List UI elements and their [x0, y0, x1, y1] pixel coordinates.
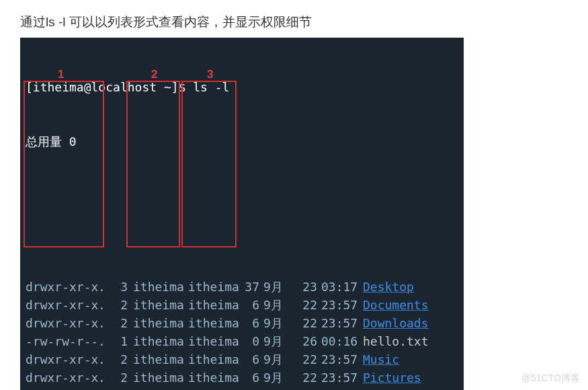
time: 03:17 [321, 278, 358, 296]
size: 6 [241, 387, 259, 390]
spacer [358, 314, 363, 332]
listing-row: drwxr-xr-x. 2 itheima itheima6 9月22 23:5… [26, 368, 458, 387]
month: 9月 [263, 278, 288, 296]
size: 37 [241, 278, 259, 296]
permissions: drwxr-xr-x [26, 350, 98, 368]
month: 9月 [263, 296, 288, 314]
selinux-dot: . [98, 350, 110, 368]
month: 9月 [263, 314, 288, 332]
link-count: 2 [116, 387, 128, 390]
day: 22 [301, 296, 317, 314]
directory-name: Pictures [363, 368, 421, 387]
annotation-3: 3 [207, 66, 213, 83]
spacer [110, 387, 116, 390]
link-count: 2 [116, 350, 128, 368]
highlight-box-3 [181, 81, 237, 247]
permissions: drwxr-xr-x [26, 278, 98, 296]
permissions: -rw-rw-r-- [26, 332, 98, 350]
owner: itheima [133, 278, 183, 296]
link-count: 3 [116, 278, 128, 296]
size: 6 [241, 296, 259, 314]
spacer [358, 387, 363, 390]
spacer [183, 296, 188, 314]
listing-row: drwxr-xr-x. 2 itheima itheima6 9月22 23:5… [26, 296, 458, 314]
spacer [110, 332, 116, 350]
intro-text: 通过ls -l 可以以列表形式查看内容，并显示权限细节 [20, 13, 568, 31]
day: 23 [301, 278, 317, 296]
day: 26 [301, 332, 317, 350]
spacer [128, 314, 133, 332]
watermark: @51CTO博客 [521, 373, 580, 385]
time: 23:57 [321, 368, 358, 387]
link-count: 2 [116, 296, 128, 314]
listing-row: drwxr-xr-x. 2 itheima itheima6 9月22 23:5… [26, 387, 458, 390]
directory-name: Documents [363, 296, 429, 314]
group: itheima [188, 350, 238, 368]
listing-row: drwxr-xr-x. 3 itheima itheima37 9月23 03:… [26, 278, 458, 296]
day: 22 [301, 314, 317, 332]
spacer [110, 368, 116, 387]
prompt-line: [itheima@localhost ~]$ ls -l [26, 78, 458, 96]
spacer [128, 278, 133, 296]
selinux-dot: . [98, 332, 110, 350]
spacer [358, 350, 363, 368]
terminal-window: [itheima@localhost ~]$ ls -l 总用量 0 1 2 3… [20, 38, 464, 390]
link-count: 1 [116, 332, 128, 350]
spacer [358, 332, 363, 350]
link-count: 2 [116, 368, 128, 387]
total-line: 总用量 0 [26, 132, 458, 151]
group: itheima [188, 368, 238, 387]
highlight-box-1 [24, 81, 104, 247]
spacer [128, 368, 133, 387]
annotation-2: 2 [151, 66, 157, 83]
permissions: drwxr-xr-x [26, 314, 98, 332]
annotation-1: 1 [58, 66, 64, 83]
selinux-dot: . [98, 314, 110, 332]
size: 6 [241, 350, 259, 368]
owner: itheima [133, 296, 183, 314]
listing-container: drwxr-xr-x. 3 itheima itheima37 9月23 03:… [26, 278, 458, 390]
group: itheima [188, 296, 238, 314]
spacer [110, 278, 116, 296]
spacer [358, 296, 363, 314]
spacer [128, 387, 133, 390]
group: itheima [188, 332, 238, 350]
directory-name: Music [363, 350, 399, 368]
time: 23:57 [321, 387, 358, 390]
spacer [183, 350, 188, 368]
month: 9月 [263, 350, 288, 368]
listing-row: drwxr-xr-x. 2 itheima itheima6 9月22 23:5… [26, 314, 458, 332]
time: 23:57 [321, 314, 358, 332]
owner: itheima [133, 314, 183, 332]
prompt-prefix: [itheima@localhost ~]$ [26, 80, 193, 94]
spacer [110, 296, 116, 314]
month: 9月 [263, 387, 288, 390]
listing-row: drwxr-xr-x. 2 itheima itheima6 9月22 23:5… [26, 350, 458, 368]
owner: itheima [133, 368, 183, 387]
highlight-box-2 [126, 81, 180, 247]
link-count: 2 [116, 314, 128, 332]
size: 6 [241, 368, 259, 387]
group: itheima [188, 278, 238, 296]
directory-name: Desktop [363, 278, 414, 296]
permissions: drwxr-xr-x [26, 296, 98, 314]
file-name: hello.txt [363, 332, 429, 350]
time: 23:57 [321, 350, 358, 368]
spacer [183, 332, 188, 350]
spacer [110, 314, 116, 332]
size: 0 [241, 332, 259, 350]
selinux-dot: . [98, 368, 110, 387]
listing-row: -rw-rw-r--. 1 itheima itheima0 9月26 00:1… [26, 332, 458, 350]
permissions: drwxr-xr-x [26, 368, 98, 387]
selinux-dot: . [98, 278, 110, 296]
selinux-dot: . [98, 387, 110, 390]
directory-name: Public [363, 387, 407, 390]
spacer [183, 368, 188, 387]
day: 22 [301, 387, 317, 390]
spacer [128, 332, 133, 350]
month: 9月 [263, 368, 288, 387]
permissions: drwxr-xr-x [26, 387, 98, 390]
spacer [110, 350, 116, 368]
group: itheima [188, 387, 238, 390]
spacer [128, 296, 133, 314]
